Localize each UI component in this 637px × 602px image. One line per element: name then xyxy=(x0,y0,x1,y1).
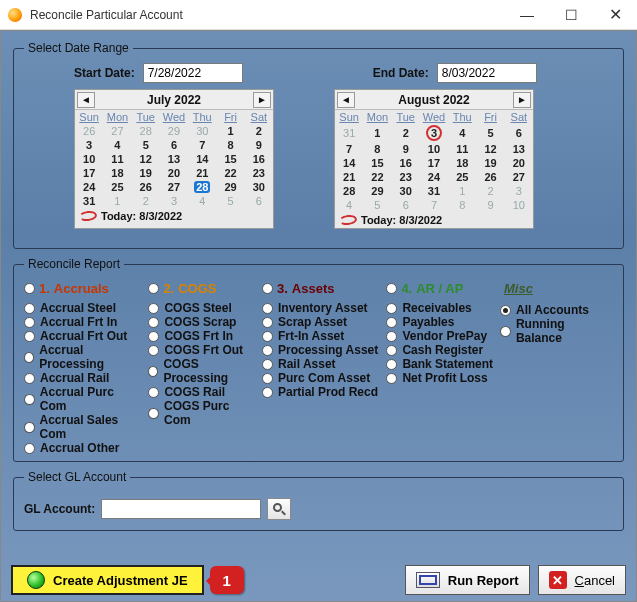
radio-icon[interactable] xyxy=(24,303,35,314)
calendar-day[interactable]: 19 xyxy=(476,156,504,170)
calendar-day[interactable]: 2 xyxy=(476,184,504,198)
minimize-button[interactable]: — xyxy=(505,0,549,30)
calendar-day[interactable]: 31 xyxy=(420,184,448,198)
calendar-day[interactable]: 26 xyxy=(132,180,160,194)
report-option[interactable]: Frt-In Asset xyxy=(262,329,380,343)
report-option[interactable]: COGS Steel xyxy=(148,301,256,315)
calendar-day[interactable]: 28 xyxy=(132,124,160,138)
radio-icon[interactable] xyxy=(386,359,397,370)
radio-icon[interactable] xyxy=(262,373,273,384)
radio-icon[interactable] xyxy=(500,305,511,316)
gl-search-button[interactable] xyxy=(267,498,291,520)
radio-icon[interactable] xyxy=(262,303,273,314)
calendar-day[interactable]: 24 xyxy=(420,170,448,184)
cal-next-icon[interactable]: ► xyxy=(513,92,531,108)
report-option[interactable]: Bank Statement xyxy=(386,357,494,371)
calendar-day[interactable]: 4 xyxy=(448,124,476,142)
radio-icon[interactable] xyxy=(386,345,397,356)
radio-icon[interactable] xyxy=(24,317,35,328)
radio-icon[interactable] xyxy=(24,331,35,342)
report-option[interactable]: Processing Asset xyxy=(262,343,380,357)
radio-icon[interactable] xyxy=(148,345,159,356)
calendar-day[interactable]: 16 xyxy=(392,156,420,170)
calendar-day[interactable]: 10 xyxy=(505,198,533,212)
report-option[interactable]: Purc Com Asset xyxy=(262,371,380,385)
radio-icon[interactable] xyxy=(24,422,35,433)
radio-icon[interactable] xyxy=(262,345,273,356)
calendar-day[interactable]: 31 xyxy=(75,194,103,208)
radio-icon[interactable] xyxy=(262,317,273,328)
calendar-day[interactable]: 18 xyxy=(448,156,476,170)
calendar-day[interactable]: 5 xyxy=(363,198,391,212)
calendar-day[interactable]: 9 xyxy=(245,138,273,152)
radio-icon[interactable] xyxy=(24,443,35,454)
calendar-day[interactable]: 4 xyxy=(188,194,216,208)
calendar-day[interactable]: 7 xyxy=(335,142,363,156)
cal-prev-icon[interactable]: ◄ xyxy=(337,92,355,108)
calendar-day[interactable]: 7 xyxy=(188,138,216,152)
radio-icon[interactable] xyxy=(148,317,159,328)
calendar-day[interactable]: 11 xyxy=(103,152,131,166)
calendar-day[interactable]: 27 xyxy=(103,124,131,138)
calendar-day[interactable]: 1 xyxy=(363,124,391,142)
calendar-day[interactable]: 10 xyxy=(75,152,103,166)
calendar-day[interactable]: 11 xyxy=(448,142,476,156)
radio-icon[interactable] xyxy=(24,283,35,294)
calendar-day[interactable]: 31 xyxy=(335,124,363,142)
today-label[interactable]: Today: 8/3/2022 xyxy=(361,214,442,226)
calendar-day[interactable]: 18 xyxy=(103,166,131,180)
calendar-day[interactable]: 6 xyxy=(392,198,420,212)
report-option[interactable]: Net Profit Loss xyxy=(386,371,494,385)
calendar-day[interactable]: 9 xyxy=(476,198,504,212)
group-accruals[interactable]: 1. Accruals xyxy=(24,281,142,296)
calendar-day[interactable]: 12 xyxy=(476,142,504,156)
report-option[interactable]: Accrual Processing xyxy=(24,343,142,371)
calendar-day[interactable]: 15 xyxy=(363,156,391,170)
cal-prev-icon[interactable]: ◄ xyxy=(77,92,95,108)
calendar-day[interactable]: 27 xyxy=(505,170,533,184)
calendar-day[interactable]: 5 xyxy=(132,138,160,152)
calendar-day[interactable]: 29 xyxy=(216,180,244,194)
calendar-day[interactable]: 16 xyxy=(245,152,273,166)
calendar-day[interactable]: 3 xyxy=(420,124,448,142)
calendar-day[interactable]: 17 xyxy=(420,156,448,170)
calendar-day[interactable]: 25 xyxy=(103,180,131,194)
cancel-button[interactable]: ✕ Cancel xyxy=(538,565,626,595)
report-option[interactable]: COGS Frt In xyxy=(148,329,256,343)
report-option[interactable]: Accrual Frt Out xyxy=(24,329,142,343)
report-option[interactable]: Vendor PrePay xyxy=(386,329,494,343)
calendar-day[interactable]: 6 xyxy=(245,194,273,208)
calendar-day[interactable]: 9 xyxy=(392,142,420,156)
report-option[interactable]: Accrual Rail xyxy=(24,371,142,385)
report-option[interactable]: Accrual Purc Com xyxy=(24,385,142,413)
report-option[interactable]: Accrual Sales Com xyxy=(24,413,142,441)
calendar-day[interactable]: 8 xyxy=(448,198,476,212)
calendar-day[interactable]: 4 xyxy=(335,198,363,212)
calendar-day[interactable]: 14 xyxy=(188,152,216,166)
report-option[interactable]: Payables xyxy=(386,315,494,329)
report-option[interactable]: Inventory Asset xyxy=(262,301,380,315)
radio-icon[interactable] xyxy=(262,331,273,342)
calendar-day[interactable]: 2 xyxy=(132,194,160,208)
run-report-button[interactable]: Run Report xyxy=(405,565,530,595)
calendar-day[interactable]: 2 xyxy=(392,124,420,142)
radio-icon[interactable] xyxy=(148,303,159,314)
calendar-day[interactable]: 3 xyxy=(505,184,533,198)
report-option[interactable]: COGS Scrap xyxy=(148,315,256,329)
report-option[interactable]: Rail Asset xyxy=(262,357,380,371)
close-button[interactable]: ✕ xyxy=(593,0,637,30)
calendar-day[interactable]: 21 xyxy=(188,166,216,180)
radio-icon[interactable] xyxy=(262,359,273,370)
group-cogs[interactable]: 2. COGS xyxy=(148,281,256,296)
radio-icon[interactable] xyxy=(148,283,159,294)
calendar-day[interactable]: 24 xyxy=(75,180,103,194)
group-assets[interactable]: 3. Assets xyxy=(262,281,380,296)
report-option[interactable]: Accrual Other xyxy=(24,441,142,455)
calendar-day[interactable]: 3 xyxy=(75,138,103,152)
calendar-grid[interactable]: SunMonTueWedThuFriSat2627282930123456789… xyxy=(75,110,273,208)
calendar-day[interactable]: 4 xyxy=(103,138,131,152)
report-option[interactable]: Cash Register xyxy=(386,343,494,357)
calendar-grid[interactable]: SunMonTueWedThuFriSat3112345678910111213… xyxy=(335,110,533,212)
calendar-day[interactable]: 28 xyxy=(335,184,363,198)
radio-icon[interactable] xyxy=(148,408,159,419)
